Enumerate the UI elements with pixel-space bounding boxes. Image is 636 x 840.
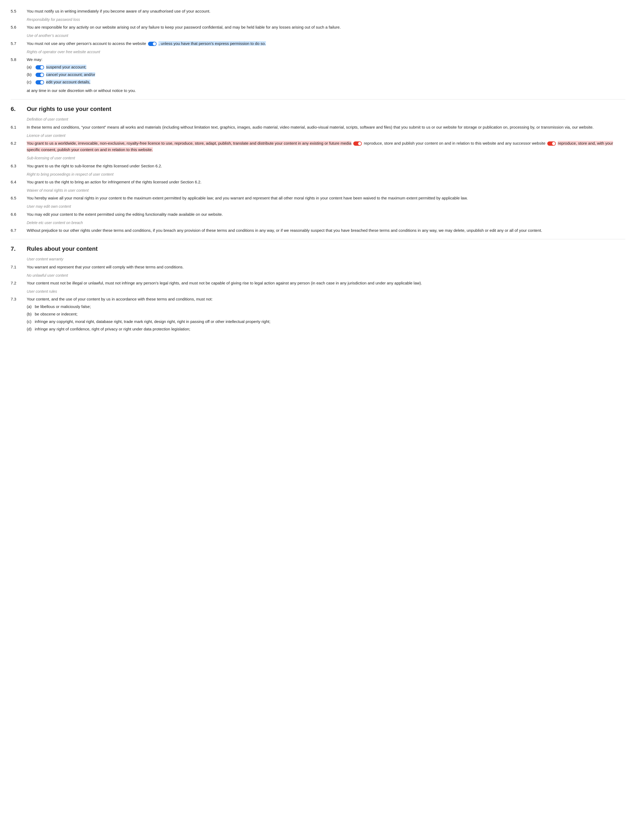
toggle-58a[interactable]	[36, 65, 44, 69]
clause-56-text: You are responsible for any activity on …	[27, 24, 625, 30]
clause-58: 5.8 We may: (a) suspend your account; (b…	[11, 57, 625, 94]
sub-heading-66: User may edit own content	[27, 204, 625, 209]
clause-71: 7.1 You warrant and represent that your …	[11, 264, 625, 270]
clause-73d-label: (d)	[27, 326, 35, 332]
clause-58-intro: We may:	[27, 57, 43, 62]
clause-61-text: In these terms and conditions, “your con…	[27, 124, 625, 131]
clause-58a: (a) suspend your account;	[27, 64, 625, 70]
clause-71-text: You warrant and represent that your cont…	[27, 264, 625, 270]
clause-57: 5.7 You must not use any other person’s …	[11, 40, 625, 47]
clause-66: 6.6 You may edit your content to the ext…	[11, 211, 625, 218]
clause-58b-content: cancel your account; and/or	[35, 71, 625, 78]
clause-73-intro: Your content, and the use of your conten…	[27, 297, 213, 301]
clause-63-text: You grant to us the right to sub-license…	[27, 163, 625, 169]
clause-58-list: (a) suspend your account; (b) cancel you…	[27, 64, 625, 85]
clause-55-num: 5.5	[11, 8, 27, 14]
clause-58-footer: at any time in our sole discretion with …	[27, 87, 625, 94]
toggle-58c[interactable]	[36, 80, 44, 84]
clause-73b: (b) be obscene or indecent;	[27, 311, 625, 317]
clause-62: 6.2 You grant to us a worldwide, irrevoc…	[11, 140, 625, 153]
clause-73-list: (a) be libellous or maliciously false; (…	[27, 303, 625, 332]
clause-64: 6.4 You grant to us the right to bring a…	[11, 179, 625, 185]
clause-55: 5.5 You must notify us in writing immedi…	[11, 8, 625, 14]
sub-heading-65: Waiver of moral rights in user content	[27, 188, 625, 193]
clause-65: 6.5 You hereby waive all your moral righ…	[11, 195, 625, 201]
clause-67-text: Without prejudice to our other rights un…	[27, 227, 625, 234]
clause-73-text: Your content, and the use of your conten…	[27, 296, 625, 333]
clause-58b-label: (b)	[27, 71, 35, 78]
clause-65-num: 6.5	[11, 195, 27, 201]
clause-58c-text: edit your account details,	[46, 80, 90, 84]
sub-heading-64: Right to bring proceedings in respect of…	[27, 171, 625, 177]
clause-66-text: You may edit your content to the extent …	[27, 211, 625, 218]
sub-heading-63: Sub-licensing of user content	[27, 155, 625, 161]
clause-57-text: You must not use any other person’s acco…	[27, 40, 625, 47]
clause-73b-label: (b)	[27, 311, 35, 317]
clause-63-num: 6.3	[11, 163, 27, 169]
sub-heading-57: Rights of operator over free website acc…	[27, 49, 625, 55]
clause-58c: (c) edit your account details,	[27, 79, 625, 85]
toggle-58b[interactable]	[36, 73, 44, 77]
clause-73c: (c) infringe any copyright, moral right,…	[27, 318, 625, 325]
clause-64-num: 6.4	[11, 179, 27, 185]
clause-57-before: You must not use any other person’s acco…	[27, 41, 146, 46]
clause-58a-content: suspend your account;	[35, 64, 625, 70]
sub-heading-72: No unlawful user content	[27, 272, 625, 278]
sub-heading-62: Licence of user content	[27, 133, 625, 139]
clause-73a-label: (a)	[27, 303, 35, 310]
clause-57-num: 5.7	[11, 40, 27, 47]
clause-62-before: You grant to us a worldwide, irrevocable…	[27, 141, 351, 145]
clause-67-num: 6.7	[11, 227, 27, 234]
clause-57-after: , unless you have that person’s express …	[159, 41, 266, 46]
clause-61: 6.1 In these terms and conditions, “your…	[11, 124, 625, 131]
clause-65-text: You hereby waive all your moral rights i…	[27, 195, 625, 201]
sub-heading-73: User content rules	[27, 289, 625, 294]
clause-58a-label: (a)	[27, 64, 35, 70]
clause-73a: (a) be libellous or maliciously false;	[27, 303, 625, 310]
clause-73c-text: infringe any copyright, moral right, dat…	[35, 318, 625, 325]
clause-73-num: 7.3	[11, 296, 27, 333]
section-7-title: Rules about your content	[27, 244, 98, 253]
clause-72-num: 7.2	[11, 280, 27, 286]
toggle-62b[interactable]	[547, 141, 556, 146]
clause-58c-content: edit your account details,	[35, 79, 625, 85]
clause-56-num: 5.6	[11, 24, 27, 30]
clause-62-text: You grant to us a worldwide, irrevocable…	[27, 140, 625, 153]
clause-72-text: Your content must not be illegal or unla…	[27, 280, 625, 286]
clause-61-num: 6.1	[11, 124, 27, 131]
clause-58-text: We may: (a) suspend your account; (b) ca…	[27, 57, 625, 94]
clause-73b-text: be obscene or indecent;	[35, 311, 625, 317]
sub-heading-55: Responsibility for password loss	[27, 17, 625, 22]
clause-66-num: 6.6	[11, 211, 27, 218]
clause-73: 7.3 Your content, and the use of your co…	[11, 296, 625, 333]
clause-58b: (b) cancel your account; and/or	[27, 71, 625, 78]
clause-58b-text: cancel your account; and/or	[46, 72, 95, 77]
clause-58-num: 5.8	[11, 57, 27, 94]
clause-56: 5.6 You are responsible for any activity…	[11, 24, 625, 30]
clause-64-text: You grant to us the right to bring an ac…	[27, 179, 625, 185]
section-6-header: 6. Our rights to use your content	[11, 99, 625, 114]
clause-72: 7.2 Your content must not be illegal or …	[11, 280, 625, 286]
clause-73d-text: infringe any right of confidence, right …	[35, 326, 625, 332]
section-6-num: 6.	[11, 104, 27, 114]
clause-55-text: You must notify us in writing immediatel…	[27, 8, 625, 14]
section-7-header: 7. Rules about your content	[11, 239, 625, 253]
section-6-title: Our rights to use your content	[27, 104, 112, 114]
clause-62-num: 6.2	[11, 140, 27, 153]
toggle-57[interactable]	[148, 42, 157, 46]
clause-58a-text: suspend your account;	[46, 65, 86, 69]
sub-heading-61: Definition of user content	[27, 116, 625, 122]
sub-heading-56: Use of another’s account	[27, 33, 625, 38]
clause-58c-label: (c)	[27, 79, 35, 85]
clause-62-mid: reproduce, store and publish your conten…	[364, 141, 545, 145]
clause-71-num: 7.1	[11, 264, 27, 270]
sub-heading-71: User content warranty	[27, 256, 625, 262]
clause-67: 6.7 Without prejudice to our other right…	[11, 227, 625, 234]
sub-heading-67: Delete etc user content on breach	[27, 220, 625, 226]
clause-73d: (d) infringe any right of confidence, ri…	[27, 326, 625, 332]
clause-73a-text: be libellous or maliciously false;	[35, 303, 625, 310]
clause-63: 6.3 You grant to us the right to sub-lic…	[11, 163, 625, 169]
toggle-62a[interactable]	[353, 141, 362, 146]
clause-73c-label: (c)	[27, 318, 35, 325]
section-7-num: 7.	[11, 244, 27, 253]
